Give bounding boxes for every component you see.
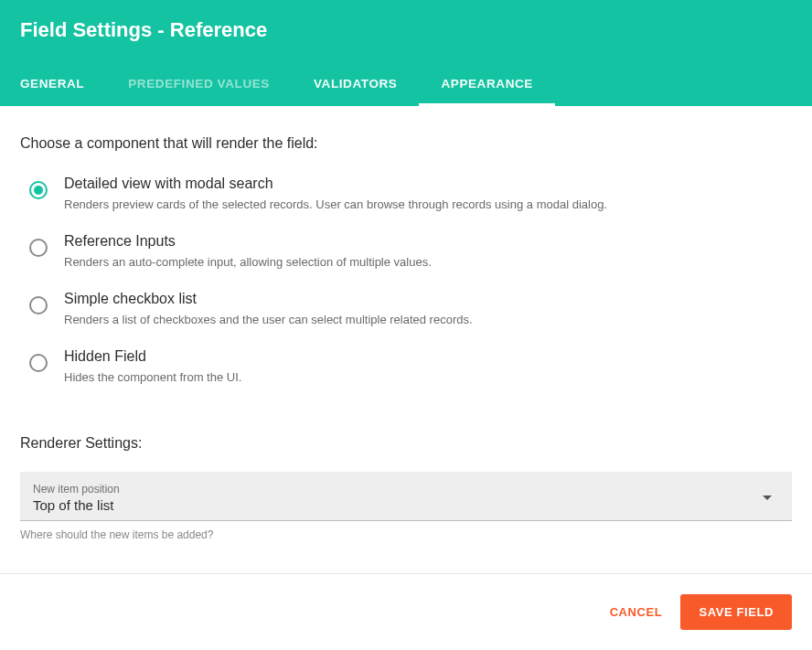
new-item-position-select[interactable]: New item position Top of the list <box>20 472 792 521</box>
renderer-option-title: Reference Inputs <box>64 233 432 250</box>
radio-icon <box>29 296 48 314</box>
select-value: Top of the list <box>33 497 120 513</box>
renderer-option-title: Simple checkbox list <box>64 291 473 307</box>
dialog-header: Field Settings - Reference GENERAL PREDE… <box>0 0 812 106</box>
renderer-options-list: Detailed view with modal search Renders … <box>20 176 792 384</box>
save-field-button[interactable]: SAVE FIELD <box>680 594 792 630</box>
cancel-button[interactable]: CANCEL <box>608 596 665 628</box>
renderer-option-text: Detailed view with modal search Renders … <box>64 176 607 211</box>
renderer-option-desc: Renders a list of checkboxes and the use… <box>64 313 473 326</box>
radio-icon <box>29 239 48 257</box>
select-text-wrap: New item position Top of the list <box>33 483 120 513</box>
dialog-title: Field Settings - Reference <box>20 0 792 64</box>
chevron-down-icon <box>763 495 772 500</box>
renderer-option-hidden-field[interactable]: Hidden Field Hides the component from th… <box>29 348 792 384</box>
tab-general[interactable]: GENERAL <box>20 64 106 106</box>
renderer-option-desc: Renders an auto-complete input, allowing… <box>64 255 432 269</box>
dialog-footer: CANCEL SAVE FIELD <box>0 573 812 650</box>
renderer-option-title: Detailed view with modal search <box>64 176 607 192</box>
tab-predefined-values[interactable]: PREDEFINED VALUES <box>106 64 292 106</box>
tab-appearance[interactable]: APPEARANCE <box>419 64 555 106</box>
renderer-option-simple-checkbox[interactable]: Simple checkbox list Renders a list of c… <box>29 291 792 326</box>
select-helper-text: Where should the new items be added? <box>20 528 792 541</box>
radio-icon <box>29 354 48 372</box>
choose-component-label: Choose a component that will render the … <box>20 135 792 152</box>
tab-validators[interactable]: VALIDATORS <box>292 64 420 106</box>
renderer-option-desc: Renders preview cards of the selected re… <box>64 197 607 211</box>
renderer-option-text: Hidden Field Hides the component from th… <box>64 348 241 384</box>
tabs-bar: GENERAL PREDEFINED VALUES VALIDATORS APP… <box>20 64 792 106</box>
renderer-option-detailed-view[interactable]: Detailed view with modal search Renders … <box>29 176 792 211</box>
renderer-option-text: Simple checkbox list Renders a list of c… <box>64 291 473 326</box>
renderer-option-reference-inputs[interactable]: Reference Inputs Renders an auto-complet… <box>29 233 792 269</box>
renderer-option-text: Reference Inputs Renders an auto-complet… <box>64 233 432 269</box>
renderer-option-title: Hidden Field <box>64 348 241 365</box>
renderer-option-desc: Hides the component from the UI. <box>64 370 241 384</box>
dialog-content: Choose a component that will render the … <box>0 106 812 559</box>
renderer-settings-label: Renderer Settings: <box>20 435 792 452</box>
select-floating-label: New item position <box>33 483 120 495</box>
radio-icon <box>29 181 48 199</box>
